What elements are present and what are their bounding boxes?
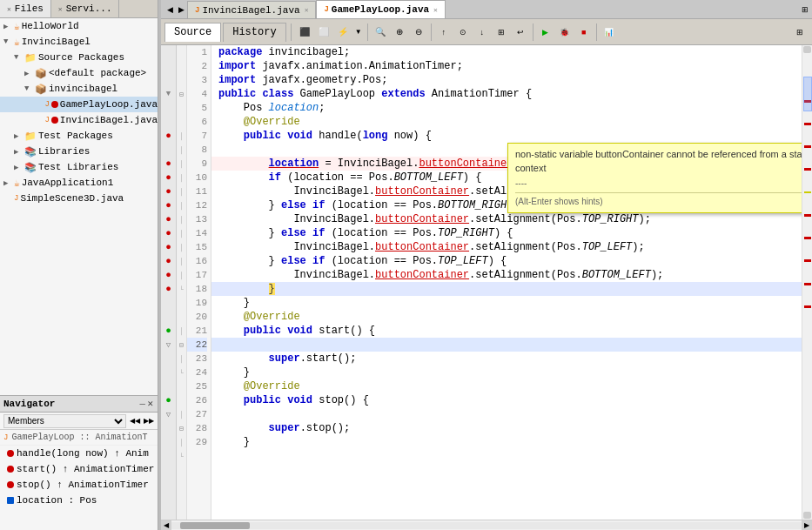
nav-item-stop[interactable]: stop() ↑ AnimationTimer: [0, 477, 158, 493]
nav-back-btn[interactable]: ◀◀: [130, 417, 140, 425]
toolbar-btn-5[interactable]: ⊖: [410, 23, 427, 41]
code-line-6: @Override: [211, 115, 802, 129]
tree-item-javaapp1[interactable]: ▶ ☕ JavaApplication1: [0, 175, 158, 191]
toolbar-grid-btn[interactable]: ⊞: [791, 23, 809, 41]
toolbar-run-btn[interactable]: ▶: [537, 23, 554, 41]
toolbar-btn-10[interactable]: ↩: [512, 23, 529, 41]
code-line-18: }: [211, 282, 802, 296]
navigator-members-bar: Members ◀◀ ▶▶: [0, 413, 158, 430]
navigator-title: Navigator: [3, 399, 55, 409]
right-scrollbar[interactable]: [802, 45, 812, 520]
toolbar-back-btn[interactable]: ⬛: [296, 23, 313, 41]
files-tab[interactable]: ✕ Files: [0, 0, 51, 17]
services-tab[interactable]: ✕ Servi...: [51, 0, 120, 17]
fold-column: ⊟ │ │ │ │ │ │ │ │ │ │ │ └: [177, 45, 187, 520]
members-select[interactable]: Members: [3, 414, 126, 428]
code-line-17: InvinciBagel.buttonContainer.setAlignmen…: [211, 268, 802, 282]
toolbar-btn-7[interactable]: ⊙: [454, 23, 472, 41]
toolbar-separator-2: [367, 23, 368, 41]
error-message: non-static variable buttonContainer cann…: [515, 147, 802, 175]
tree-item-invincibagel-pkg[interactable]: ▼ 📦 invincibagel: [0, 81, 158, 97]
code-line-2: import javafx.animation.AnimationTimer;: [211, 59, 802, 73]
editor-tab-invincibagel[interactable]: J InvinciBagel.java ✕: [187, 1, 316, 18]
code-line-20: @Override: [211, 310, 802, 324]
toolbar-toggle-btn[interactable]: ⚡: [334, 23, 352, 41]
code-line-26: public void stop() {: [211, 393, 802, 407]
code-line-1: package invincibagel;: [211, 45, 802, 59]
scroll-left-btn[interactable]: ◀: [161, 520, 171, 531]
toolbar-separator-1: [291, 23, 292, 41]
editor-tab-bar: ◀ ▶ J InvinciBagel.java ✕ J GamePlayLoop…: [161, 0, 812, 19]
editor-tab-gameplayloop[interactable]: J GamePlayLoop.java ✕: [316, 0, 445, 18]
toolbar-btn-9[interactable]: ⊞: [493, 23, 510, 41]
toolbar-btn-4[interactable]: ⊕: [391, 23, 408, 41]
code-line-19: }: [211, 296, 802, 310]
nav-item-start[interactable]: start() ↑ AnimationTimer: [0, 461, 158, 477]
history-tab[interactable]: History: [223, 23, 285, 42]
tree-item-test-packages[interactable]: ▶ 📁 Test Packages: [0, 128, 158, 144]
code-line-16: } else if (location == Pos.TOP_LEFT) {: [211, 254, 802, 268]
editor-area: ◀ ▶ J InvinciBagel.java ✕ J GamePlayLoop…: [161, 0, 812, 530]
code-editor: ▼ ● ● ● ● ● ● ● ● ● ● ● ●: [161, 45, 812, 520]
source-toolbar: Source History ⬛ ⬜ ⚡ ▼ 🔍 ⊕ ⊖ ↑ ⊙ ↓ ⊞: [161, 19, 812, 45]
toolbar-btn-3[interactable]: 🔍: [372, 23, 389, 41]
code-line-15: InvinciBagel.buttonContainer.setAlignmen…: [211, 240, 802, 254]
code-content[interactable]: package invincibagel; import javafx.anim…: [211, 45, 802, 520]
code-line-25: @Override: [211, 379, 802, 393]
tree-item-source-packages[interactable]: ▼ 📁 Source Packages: [0, 50, 158, 65]
toolbar-profile-btn[interactable]: 📊: [601, 23, 618, 41]
tab-nav-right[interactable]: ▶: [176, 1, 187, 18]
nav-item-location[interactable]: location : Pos: [0, 493, 158, 508]
tab-nav-left[interactable]: ◀: [164, 1, 176, 18]
navigator-tree: handle(long now) ↑ Anim start() ↑ Animat…: [0, 446, 158, 530]
toolbar-stop-btn[interactable]: ■: [575, 23, 593, 41]
toolbar-dropdown-btn[interactable]: ▼: [353, 23, 364, 41]
tree-item-invincibagel-java[interactable]: J InvinciBagel.java: [0, 112, 158, 128]
error-separator: ----: [515, 177, 802, 191]
toolbar-btn-6[interactable]: ↑: [435, 23, 453, 41]
code-line-27: [211, 407, 802, 421]
toolbar-separator-3: [431, 23, 432, 41]
code-line-5: Pos location;: [211, 101, 802, 115]
code-line-29: }: [211, 435, 802, 449]
tree-item-default-package[interactable]: ▶ 📦 <default package>: [0, 65, 158, 81]
bottom-scrollbar[interactable]: ◀ ▶: [161, 520, 812, 530]
source-tab[interactable]: Source: [164, 23, 221, 42]
scroll-right-btn[interactable]: ▶: [802, 520, 812, 531]
code-line-14: } else if (location == Pos.TOP_RIGHT) {: [211, 226, 802, 240]
tab-close-0[interactable]: ✕: [305, 6, 309, 14]
code-line-24: }: [211, 366, 802, 379]
toolbar-debug-btn[interactable]: 🐞: [556, 23, 574, 41]
left-panel: ✕ Files ✕ Servi... ▶ ☕ HelloWorld: [0, 0, 158, 530]
toolbar-forward-btn[interactable]: ⬜: [315, 23, 332, 41]
navigator-collapse-btn[interactable]: ─: [140, 399, 145, 408]
left-tab-bar: ✕ Files ✕ Servi...: [0, 0, 158, 18]
file-tree[interactable]: ▶ ☕ HelloWorld ▼ ☕ InvinciBagel ▼ 📁 Sour…: [0, 18, 158, 395]
tree-item-invincibagel[interactable]: ▼ ☕ InvinciBagel: [0, 34, 158, 50]
maximize-editor-btn[interactable]: ⊞: [802, 1, 809, 18]
nav-item-handle[interactable]: handle(long now) ↑ Anim: [0, 446, 158, 461]
tree-item-test-libraries[interactable]: ▶ 📚 Test Libraries: [0, 159, 158, 175]
error-popup: non-static variable buttonContainer cann…: [507, 143, 802, 213]
close-icon-2[interactable]: ✕: [58, 5, 63, 13]
nav-fwd-btn[interactable]: ▶▶: [144, 417, 154, 425]
marker-column: ▼ ● ● ● ● ● ● ● ● ● ● ● ●: [161, 45, 177, 520]
toolbar-separator-5: [596, 23, 597, 41]
code-line-7: public void handle(long now) {non-static…: [211, 129, 802, 143]
code-line-22: [211, 338, 802, 352]
navigator-panel: Navigator ─ ✕ Members ◀◀ ▶▶ J GamePlayLo…: [0, 395, 158, 530]
tab-close-1[interactable]: ✕: [433, 6, 438, 14]
line-numbers: 1 2 3 4 5 6 7 8 9 10 11 12 13 14 15 16 1: [187, 45, 211, 520]
error-hint: (Alt-Enter shows hints): [515, 192, 802, 209]
close-icon[interactable]: ✕: [7, 5, 11, 13]
tree-item-gameplayloop[interactable]: J GamePlayLoop.java: [0, 97, 158, 112]
navigator-header: Navigator ─ ✕: [0, 396, 158, 413]
code-line-28: super.stop();: [211, 421, 802, 435]
tree-item-libraries[interactable]: ▶ 📚 Libraries: [0, 144, 158, 159]
code-line-4: public class GamePlayLoop extends Animat…: [211, 87, 802, 101]
tree-item-helloworld[interactable]: ▶ ☕ HelloWorld: [0, 18, 158, 34]
tree-item-simplescene[interactable]: J SimpleScene3D.java: [0, 191, 158, 206]
toolbar-btn-8[interactable]: ↓: [473, 23, 491, 41]
code-line-3: import javafx.geometry.Pos;: [211, 73, 802, 87]
navigator-close-btn[interactable]: ✕: [147, 399, 154, 408]
